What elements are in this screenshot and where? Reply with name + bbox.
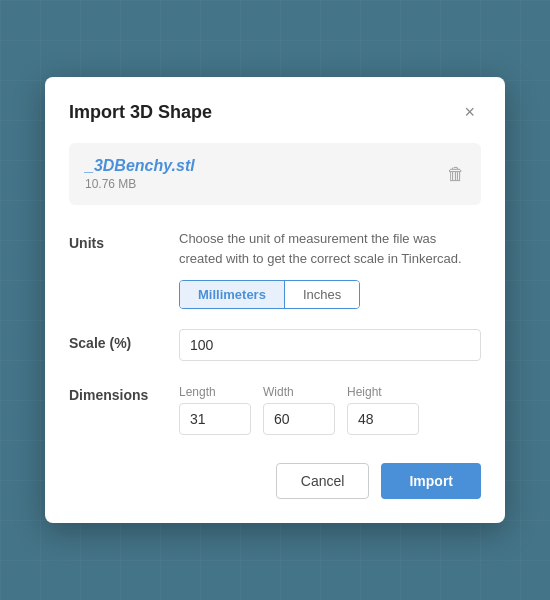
import-button[interactable]: Import <box>381 463 481 499</box>
delete-icon[interactable]: 🗑 <box>447 164 465 185</box>
units-description: Choose the unit of measurement the file … <box>179 229 481 268</box>
dimensions-content: Length Width Height <box>179 381 481 435</box>
millimeters-button[interactable]: Millimeters <box>180 281 284 308</box>
close-button[interactable]: × <box>458 101 481 123</box>
units-label: Units <box>69 229 179 251</box>
length-label: Length <box>179 385 251 399</box>
width-input[interactable] <box>263 403 335 435</box>
units-toggle: Millimeters Inches <box>179 280 360 309</box>
width-group: Width <box>263 385 335 435</box>
modal-header: Import 3D Shape × <box>69 101 481 123</box>
file-name: _3DBenchy.stl <box>85 157 195 175</box>
dimensions-row: Dimensions Length Width Height <box>69 381 481 435</box>
modal-title: Import 3D Shape <box>69 102 212 123</box>
import-modal: Import 3D Shape × _3DBenchy.stl 10.76 MB… <box>45 77 505 523</box>
cancel-button[interactable]: Cancel <box>276 463 370 499</box>
width-label: Width <box>263 385 335 399</box>
length-group: Length <box>179 385 251 435</box>
height-label: Height <box>347 385 419 399</box>
height-input[interactable] <box>347 403 419 435</box>
dimensions-grid: Length Width Height <box>179 385 481 435</box>
units-row: Units Choose the unit of measurement the… <box>69 229 481 309</box>
scale-row: Scale (%) <box>69 329 481 361</box>
scale-input[interactable] <box>179 329 481 361</box>
file-section: _3DBenchy.stl 10.76 MB 🗑 <box>69 143 481 205</box>
scale-label: Scale (%) <box>69 329 179 351</box>
file-size: 10.76 MB <box>85 177 195 191</box>
inches-button[interactable]: Inches <box>285 281 359 308</box>
dimensions-label: Dimensions <box>69 381 179 403</box>
height-group: Height <box>347 385 419 435</box>
length-input[interactable] <box>179 403 251 435</box>
units-content: Choose the unit of measurement the file … <box>179 229 481 309</box>
modal-footer: Cancel Import <box>69 463 481 499</box>
scale-content <box>179 329 481 361</box>
file-info: _3DBenchy.stl 10.76 MB <box>85 157 195 191</box>
